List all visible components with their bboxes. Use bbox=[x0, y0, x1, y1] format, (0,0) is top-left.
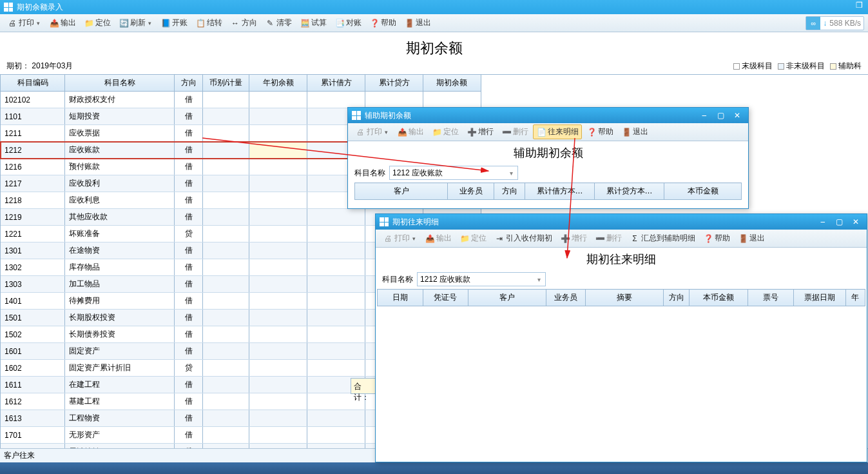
settle-button[interactable]: 📋结转 bbox=[192, 15, 226, 30]
del-row-icon: ➖ bbox=[501, 127, 512, 137]
dlg1-addrow[interactable]: ➕增行 bbox=[463, 124, 497, 139]
dlg2-field-label: 科目名称 bbox=[382, 274, 413, 285]
maximize-button[interactable]: ▢ bbox=[714, 111, 728, 120]
period-label: 期初： bbox=[6, 61, 30, 70]
reconcile-button[interactable]: 📑对账 bbox=[331, 15, 365, 30]
export-icon: 📤 bbox=[425, 233, 435, 244]
window-controls: ❐ bbox=[853, 1, 865, 11]
dlg1-detail[interactable]: 📄往来明细 bbox=[533, 124, 582, 139]
trial-button[interactable]: 🧮试算 bbox=[296, 15, 330, 30]
export-icon: 📤 bbox=[49, 18, 59, 28]
settle-icon: 📋 bbox=[195, 18, 206, 28]
col-period[interactable]: 期初余额 bbox=[423, 75, 481, 92]
dropdown-icon[interactable]: ▾ bbox=[508, 170, 515, 177]
dlg2-exit[interactable]: 🚪退出 bbox=[735, 231, 768, 246]
dlg2-grid[interactable]: 日期 凭证号 客户 业务员 摘要 方向 本币金额 票号 票据日期 年 bbox=[376, 289, 867, 306]
dlg1-toolbar: 🖨打印▾ 📤输出 📁定位 ➕增行 ➖删行 📄往来明细 ❓帮助 🚪退出 bbox=[348, 123, 748, 141]
sum-icon: Σ bbox=[630, 233, 640, 244]
dlg1-col-amount[interactable]: 本币金额 bbox=[664, 183, 742, 200]
dlg2-export[interactable]: 📤输出 bbox=[421, 231, 455, 246]
dlg2-col-year[interactable]: 年 bbox=[845, 290, 865, 306]
dlg2-col-billno[interactable]: 票号 bbox=[748, 290, 794, 306]
add-row-icon: ➕ bbox=[467, 127, 477, 137]
help-icon: ❓ bbox=[586, 127, 597, 137]
wand-icon: ✎ bbox=[265, 18, 275, 28]
clear-button[interactable]: ✎清零 bbox=[262, 15, 295, 30]
dlg1-subject-combo[interactable]: 1212 应收账款 ▾ bbox=[389, 166, 518, 180]
sum-label: 合计： bbox=[351, 378, 376, 394]
exit-button[interactable]: 🚪退出 bbox=[401, 15, 434, 30]
dlg1-subject-value: 1212 应收账款 bbox=[392, 168, 443, 179]
minimize-button[interactable]: ‒ bbox=[697, 111, 711, 120]
dlg2-help[interactable]: ❓帮助 bbox=[700, 231, 733, 246]
col-currency[interactable]: 币别/计量 bbox=[203, 75, 249, 92]
dlg2-locate[interactable]: 📁定位 bbox=[456, 231, 490, 246]
dlg2-col-billdate[interactable]: 票据日期 bbox=[793, 290, 845, 306]
printer-icon: 🖨 bbox=[355, 127, 365, 137]
dlg1-field-row: 科目名称 1212 应收账款 ▾ bbox=[348, 163, 748, 183]
dlg2-delrow[interactable]: ➖删行 bbox=[592, 231, 625, 246]
dlg2-summarize[interactable]: Σ汇总到辅助明细 bbox=[626, 231, 699, 246]
close-button[interactable]: ✕ bbox=[849, 217, 863, 226]
dlg2-col-dir[interactable]: 方向 bbox=[664, 290, 690, 306]
dlg1-col-customer[interactable]: 客户 bbox=[355, 183, 448, 200]
assist-open-balance-dialog: 辅助期初余额 ‒ ▢ ✕ 🖨打印▾ 📤输出 📁定位 ➕增行 ➖删行 📄往来明细 … bbox=[347, 107, 749, 209]
export-button[interactable]: 📤输出 bbox=[46, 15, 79, 30]
window-restore[interactable]: ❐ bbox=[853, 1, 865, 11]
dlg1-print[interactable]: 🖨打印▾ bbox=[352, 124, 392, 139]
dropdown-icon[interactable]: ▾ bbox=[146, 18, 153, 28]
dlg1-locate[interactable]: 📁定位 bbox=[429, 124, 462, 139]
dlg1-grid[interactable]: 客户 业务员 方向 累计借方本… 累计贷方本… 本币金额 bbox=[348, 183, 748, 200]
dlg1-title-bar[interactable]: 辅助期初余额 ‒ ▢ ✕ bbox=[348, 108, 748, 123]
dlg2-import[interactable]: ⇥引入收付期初 bbox=[491, 231, 555, 246]
col-code[interactable]: 科目编码 bbox=[1, 75, 65, 92]
col-annual[interactable]: 年初余额 bbox=[249, 75, 307, 92]
dlg2-col-voucher[interactable]: 凭证号 bbox=[423, 290, 468, 306]
dropdown-icon[interactable]: ▾ bbox=[535, 276, 543, 283]
dlg1-export[interactable]: 📤输出 bbox=[394, 124, 427, 139]
download-icon: ↓ bbox=[823, 19, 827, 28]
dlg1-help[interactable]: ❓帮助 bbox=[583, 124, 617, 139]
del-row-icon: ➖ bbox=[595, 233, 605, 244]
dlg1-col-staff[interactable]: 业务员 bbox=[448, 183, 494, 200]
main-toolbar: 🖨打印▾ 📤输出 📁定位 🔄刷新▾ 📘开账 📋结转 ↔方向 ✎清零 🧮试算 📑对… bbox=[0, 14, 868, 32]
dlg1-field-label: 科目名称 bbox=[354, 168, 385, 179]
table-row[interactable]: 102102财政授权支付借 bbox=[1, 92, 481, 108]
col-cumcred[interactable]: 累计贷方 bbox=[365, 75, 423, 92]
direction-button[interactable]: ↔方向 bbox=[227, 15, 260, 30]
print-button[interactable]: 🖨打印▾ bbox=[4, 15, 44, 30]
dlg2-col-summary[interactable]: 摘要 bbox=[585, 290, 663, 306]
col-name[interactable]: 科目名称 bbox=[65, 75, 175, 92]
close-button[interactable]: ✕ bbox=[730, 111, 744, 120]
dlg2-window-controls: ‒ ▢ ✕ bbox=[816, 217, 863, 226]
dlg2-col-amount[interactable]: 本币金额 bbox=[690, 290, 748, 306]
refresh-button[interactable]: 🔄刷新▾ bbox=[115, 15, 156, 30]
dlg2-heading: 期初往来明细 bbox=[376, 248, 867, 270]
maximize-button[interactable]: ▢ bbox=[833, 217, 847, 226]
dlg2-col-staff[interactable]: 业务员 bbox=[546, 290, 586, 306]
dlg2-col-customer[interactable]: 客户 bbox=[468, 290, 546, 306]
dlg2-title-bar[interactable]: 期初往来明细 ‒ ▢ ✕ bbox=[376, 214, 867, 230]
dlg2-subject-combo[interactable]: 1212 应收账款 ▾ bbox=[417, 272, 546, 286]
dropdown-icon[interactable]: ▾ bbox=[35, 18, 41, 28]
dlg1-col-cumdebit[interactable]: 累计借方本… bbox=[525, 183, 595, 200]
col-dir[interactable]: 方向 bbox=[175, 75, 203, 92]
dlg1-exit[interactable]: 🚪退出 bbox=[618, 124, 651, 139]
help-button[interactable]: ❓帮助 bbox=[366, 15, 400, 30]
col-cumdebit[interactable]: 累计借方 bbox=[307, 75, 365, 92]
dlg2-addrow[interactable]: ➕增行 bbox=[557, 231, 590, 246]
printer-icon: 🖨 bbox=[383, 233, 393, 244]
printer-icon: 🖨 bbox=[7, 18, 17, 28]
open-book-button[interactable]: 📘开账 bbox=[157, 15, 191, 30]
dlg1-delrow[interactable]: ➖删行 bbox=[498, 124, 532, 139]
import-icon: ⇥ bbox=[494, 233, 505, 244]
dlg1-heading: 辅助期初余额 bbox=[348, 141, 748, 163]
locate-button[interactable]: 📁定位 bbox=[81, 15, 114, 30]
main-title-bar: 期初余额录入 ❐ bbox=[0, 0, 868, 14]
minimize-button[interactable]: ‒ bbox=[816, 217, 830, 226]
dlg1-col-dir[interactable]: 方向 bbox=[494, 183, 525, 200]
dlg2-col-date[interactable]: 日期 bbox=[378, 290, 423, 306]
dlg1-col-cumcred[interactable]: 累计贷方本… bbox=[595, 183, 664, 200]
dlg2-print[interactable]: 🖨打印▾ bbox=[380, 231, 420, 246]
period-row: 期初： 2019年03月 末级科目 非末级科目 辅助科 bbox=[0, 61, 868, 74]
